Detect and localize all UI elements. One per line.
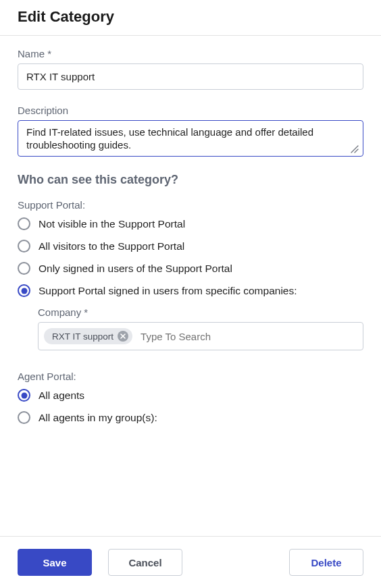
tag-remove-icon[interactable] (118, 331, 128, 342)
company-search-input[interactable] (139, 330, 357, 343)
description-field-wrap: Find IT-related issues, use technical la… (18, 120, 363, 157)
radio-label: Not visible in the Support Portal (39, 218, 185, 230)
radio-label: Only signed in users of the Support Port… (39, 263, 232, 275)
name-input[interactable] (18, 63, 363, 90)
agent-option-all[interactable]: All agents (18, 389, 363, 402)
support-portal-label: Support Portal: (18, 199, 363, 211)
cancel-button[interactable]: Cancel (108, 549, 182, 576)
radio-icon (18, 240, 30, 252)
support-option-specific-companies[interactable]: Support Portal signed in users from spec… (18, 284, 363, 297)
radio-label: All agents (39, 390, 84, 402)
agent-option-my-groups[interactable]: All agents in my group(s): (18, 411, 363, 424)
support-option-all-visitors[interactable]: All visitors to the Support Portal (18, 240, 363, 252)
radio-icon (18, 411, 30, 424)
radio-icon (18, 217, 30, 230)
radio-icon (18, 262, 30, 275)
agent-portal-label: Agent Portal: (18, 371, 363, 382)
page-title: Edit Category (18, 8, 363, 26)
visibility-section-title: Who can see this category? (18, 173, 363, 187)
radio-label: Support Portal signed in users from spec… (39, 285, 297, 297)
description-textarea[interactable]: Find IT-related issues, use technical la… (18, 121, 363, 156)
support-option-not-visible[interactable]: Not visible in the Support Portal (18, 217, 363, 230)
support-option-signed-in[interactable]: Only signed in users of the Support Port… (18, 262, 363, 275)
description-label: Description (18, 105, 363, 116)
radio-label: All visitors to the Support Portal (39, 240, 184, 252)
company-label: Company * (38, 306, 363, 318)
delete-button[interactable]: Delete (289, 549, 363, 576)
save-button[interactable]: Save (18, 549, 92, 576)
company-tag-input[interactable]: RXT IT support (38, 322, 363, 350)
name-label: Name * (18, 48, 363, 59)
company-tag: RXT IT support (44, 328, 132, 344)
company-tag-label: RXT IT support (52, 331, 113, 342)
radio-label: All agents in my group(s): (39, 412, 157, 424)
radio-icon (18, 284, 30, 297)
radio-icon (18, 389, 30, 402)
